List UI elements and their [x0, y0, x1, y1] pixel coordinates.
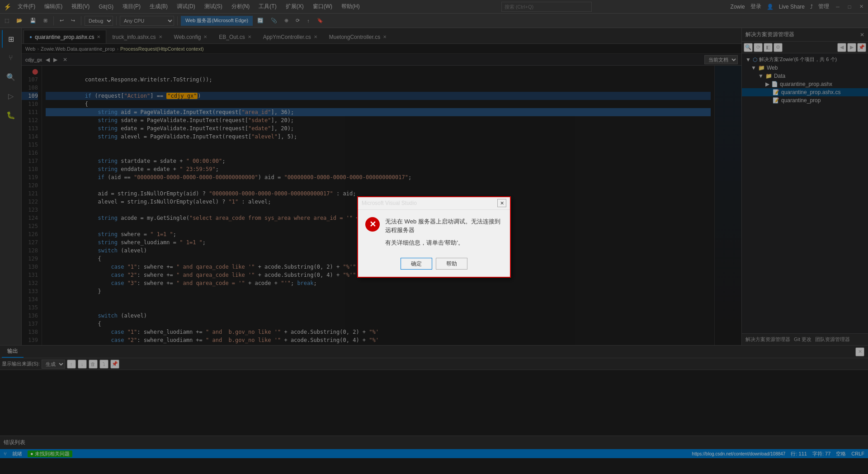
modal-ok-button[interactable]: 确定: [401, 258, 432, 270]
modal-title: Microsoft Visual Studio: [362, 200, 417, 206]
modal-error-icon: ✕: [365, 217, 380, 232]
modal-footer: 确定 帮助: [358, 254, 510, 277]
modal-body: ✕ 无法在 Web 服务器上启动调试。无法连接到远程服务器 有关详细信息，请单击…: [358, 210, 510, 255]
modal-help-button[interactable]: 帮助: [436, 258, 467, 270]
modal-title-bar: Microsoft Visual Studio ✕: [358, 197, 510, 210]
modal-overlay: Microsoft Visual Studio ✕ ✕ 无法在 Web 服务器上…: [0, 0, 868, 474]
modal-message: 无法在 Web 服务器上启动调试。无法连接到远程服务器 有关详细信息，请单击'帮…: [385, 217, 503, 247]
modal-message-line1: 无法在 Web 服务器上启动调试。无法连接到远程服务器: [385, 217, 503, 235]
modal-dialog: Microsoft Visual Studio ✕ ✕ 无法在 Web 服务器上…: [357, 196, 511, 278]
modal-message-line2: 有关详细信息，请单击'帮助'。: [385, 238, 503, 247]
modal-close-btn[interactable]: ✕: [497, 199, 506, 207]
